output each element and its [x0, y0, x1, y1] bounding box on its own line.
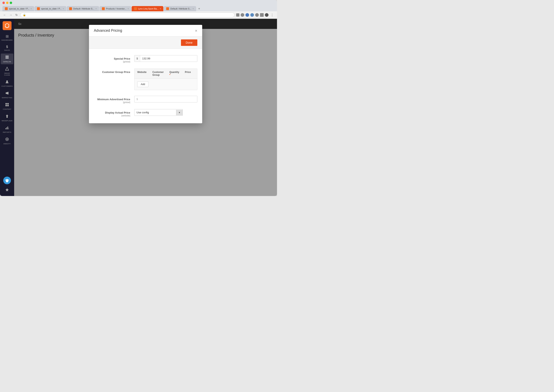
magento-logo[interactable]: [3, 21, 12, 30]
sidebar-item-catalog[interactable]: CATALOG: [1, 54, 13, 64]
sidebar-item-reports[interactable]: REPORTS: [1, 124, 13, 135]
gp-col-customer-group: Customer Group: [150, 69, 167, 78]
tab-label: special_to_date / P...: [9, 7, 29, 10]
customer-group-price-row: Customer Group Price Website: [94, 69, 197, 90]
sidebar-item-content-label: CONTENT: [3, 108, 11, 110]
sidebar-item-image-clean[interactable]: IMAGE CLEAN: [1, 65, 13, 77]
sidebar-item-reports-label: REPORTS: [3, 131, 11, 133]
close-window-button[interactable]: [2, 2, 5, 4]
reader-mode-icon[interactable]: [260, 13, 264, 17]
sidebar-item-dashboard[interactable]: ⊞ DASHBOARD: [1, 33, 13, 43]
tab-close-button[interactable]: ×: [128, 8, 129, 10]
minimize-window-button[interactable]: [6, 2, 8, 4]
browser-tab-tab1[interactable]: special_to_date / P... ×: [2, 6, 34, 11]
tab-close-button[interactable]: ×: [63, 8, 64, 10]
tab-close-button[interactable]: ×: [192, 8, 194, 10]
svg-rect-8: [7, 105, 9, 106]
minimum-advertised-price-input-wrapper: $: [134, 96, 197, 102]
svg-rect-10: [7, 127, 7, 129]
tab-label: Products / Inventor...: [106, 7, 126, 10]
tab-favicon: [166, 7, 169, 10]
customer-group-price-label-group: Customer Group Price: [94, 69, 134, 74]
add-group-price-button[interactable]: Add: [137, 81, 149, 87]
svg-point-14: [7, 139, 8, 140]
magento-logo-svg: [4, 23, 10, 28]
svg-point-4: [6, 80, 8, 82]
browser-titlebar: special_to_date / P... × special_to_date…: [0, 0, 277, 11]
maximize-window-button[interactable]: [10, 2, 12, 4]
done-button[interactable]: Done: [181, 39, 197, 46]
sidebar-item-mageplaza[interactable]: MAGEPLAZA: [1, 112, 13, 123]
tab-close-button[interactable]: ×: [95, 8, 97, 10]
share-icon[interactable]: [236, 13, 239, 17]
minimum-advertised-price-sublabel: [global]: [94, 101, 130, 104]
minimum-advertised-price-label: Minimum Advertised Price: [97, 98, 130, 101]
tab-label: Lynx Linq Sport Ba...: [138, 7, 159, 10]
minimum-advertised-price-input[interactable]: [140, 96, 197, 102]
display-actual-price-control: Use config On Gesture In Cart Before Ord…: [134, 109, 197, 116]
tab-close-button[interactable]: ×: [160, 8, 161, 10]
special-price-sublabel: [global]: [94, 60, 130, 63]
modal-close-button[interactable]: ×: [195, 29, 197, 33]
browser-tab-tab3[interactable]: Default / Attribute S... ×: [67, 6, 99, 11]
sidebar-item-customers[interactable]: CUSTOMERS: [1, 78, 13, 89]
sidebar-bottom: [3, 177, 11, 194]
bitwarden-icon[interactable]: [250, 13, 254, 17]
browser-tab-tab6[interactable]: Default / Attribute S... ×: [164, 6, 196, 11]
modal-toolbar: Done: [89, 37, 202, 49]
profile-icon[interactable]: [265, 13, 269, 17]
sidebar-item-dashboard-label: DASHBOARD: [1, 39, 13, 41]
tab-bar: special_to_date / P... × special_to_date…: [2, 6, 275, 11]
bookmark-icon[interactable]: [241, 13, 244, 17]
advanced-pricing-modal: Advanced Pricing × Done Special Price: [89, 25, 202, 123]
traffic-lights: [2, 2, 12, 4]
svg-rect-12: [8, 128, 9, 129]
add-tab-button[interactable]: +: [197, 6, 202, 11]
minimum-advertised-price-row: Minimum Advertised Price [global] $: [94, 96, 197, 104]
sidebar-item-content[interactable]: CONTENT: [1, 101, 13, 112]
svg-rect-2: [6, 58, 9, 59]
content-icon: [5, 103, 9, 108]
browser-tab-tab4[interactable]: Products / Inventor... ×: [99, 6, 131, 11]
password-icon[interactable]: [245, 13, 249, 17]
graduation-cap-button[interactable]: [3, 177, 11, 184]
sidebar-item-marketing[interactable]: MARKETING: [1, 90, 13, 100]
special-price-input[interactable]: [140, 55, 197, 62]
star-button[interactable]: [3, 186, 11, 194]
catalog-icon-svg: [5, 55, 9, 59]
svg-rect-1: [6, 57, 9, 58]
nav-icons: ⋮: [236, 13, 275, 17]
tab-favicon: [37, 7, 40, 10]
minimum-advertised-price-control: $: [134, 96, 197, 102]
svg-rect-11: [7, 126, 8, 129]
sidebar-item-marketing-label: MARKETING: [2, 97, 12, 99]
customer-group-price-label: Customer Group Price: [102, 70, 130, 74]
url-bar[interactable]: 🔒: [20, 13, 234, 17]
sidebar-item-image-clean-label: IMAGE CLEAN: [2, 72, 13, 76]
display-actual-price-select[interactable]: Use config On Gesture In Cart Before Ord…: [135, 109, 176, 116]
browser-tab-tab2[interactable]: special_to_date / P... ×: [35, 6, 66, 11]
menu-button[interactable]: ⋮: [270, 13, 275, 17]
special-price-input-wrapper: $: [134, 55, 197, 62]
special-price-currency-symbol: $: [135, 55, 140, 62]
tab-favicon: [69, 7, 72, 10]
back-button[interactable]: ←: [2, 13, 7, 17]
tab-label: Default / Attribute S...: [73, 7, 94, 10]
sidebar-item-amasty[interactable]: AMASTY: [1, 136, 13, 146]
tab-close-button[interactable]: ×: [30, 8, 32, 10]
marketing-icon-svg: [5, 91, 9, 95]
svg-rect-6: [7, 103, 9, 105]
sidebar-item-sales[interactable]: $ SALES: [1, 43, 13, 53]
refresh-button[interactable]: ↻: [14, 13, 19, 17]
svg-rect-5: [6, 103, 7, 105]
display-actual-price-select-wrapper: Use config On Gesture In Cart Before Ord…: [134, 109, 183, 116]
extensions-icon[interactable]: [255, 13, 259, 17]
modal-header: Advanced Pricing ×: [89, 25, 202, 37]
browser-tab-tab5[interactable]: Lynx Linq Sport Ba... ×: [132, 6, 163, 11]
sidebar-item-mageplaza-label: MAGEPLAZA: [2, 120, 12, 122]
tab-favicon: [102, 7, 105, 10]
modal-title: Advanced Pricing: [94, 28, 122, 33]
gp-col-price: Price: [182, 69, 197, 78]
minimum-advertised-price-label-group: Minimum Advertised Price [global]: [94, 96, 134, 104]
forward-button[interactable]: →: [8, 13, 13, 17]
